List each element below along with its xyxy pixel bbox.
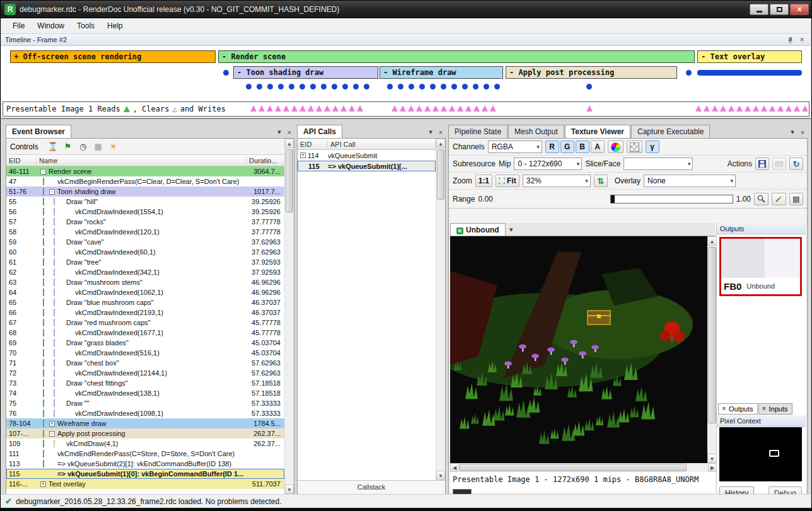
close-icon[interactable]: ×: [798, 129, 808, 138]
time-draws-icon[interactable]: ⌛: [46, 141, 60, 153]
timeline-draw-dot[interactable]: [430, 84, 436, 89]
timeline-section[interactable]: - Wireframe draw: [380, 66, 503, 79]
timeline-draw-dot[interactable]: [473, 84, 478, 89]
timeline-body[interactable]: + Off-screen scene rendering- Render sce…: [1, 46, 811, 119]
timeline-draw-dot[interactable]: [246, 84, 252, 89]
fb0-thumbnail[interactable]: FB0 Unbound: [719, 237, 802, 296]
timeline-draw-dot[interactable]: [257, 84, 262, 89]
expand-icon[interactable]: +: [40, 481, 46, 487]
api-call-row[interactable]: +114vkQueueSubmit: [298, 150, 436, 161]
alpha-background-button[interactable]: [627, 141, 642, 153]
mip-dropdown[interactable]: 0 - 1272x690 ▾: [514, 158, 582, 170]
maximize-button[interactable]: [770, 4, 789, 15]
event-row[interactable]: 58vkCmdDrawIndexed(120,1)37.77778: [6, 227, 284, 237]
timeline-draw-dot[interactable]: [451, 84, 457, 89]
event-row[interactable]: 74vkCmdDrawIndexed(138,1)57.18518: [6, 388, 284, 398]
range-slider[interactable]: [610, 195, 733, 204]
title-bar[interactable]: R debugmarker.rdc - RenderDoc Unofficial…: [1, 1, 811, 18]
timeline-section[interactable]: - Text overlay: [697, 50, 802, 63]
timeline-draw-dot[interactable]: [441, 84, 446, 89]
scroll-down-icon[interactable]: ▼: [436, 471, 445, 480]
clock-icon[interactable]: ◷: [76, 141, 90, 153]
range-options-button[interactable]: ▤: [789, 193, 803, 205]
open-external-button[interactable]: [772, 158, 786, 170]
expand-icon[interactable]: +: [300, 152, 306, 158]
chevron-down-icon[interactable]: ▾: [426, 128, 436, 138]
colorwheel-button[interactable]: [608, 141, 624, 153]
sliceface-dropdown[interactable]: ▾: [624, 158, 693, 170]
column-api-call[interactable]: API Call: [328, 141, 436, 148]
scroll-up-icon[interactable]: ▲: [707, 236, 717, 246]
texture-tab-unbound[interactable]: RUnbound: [450, 223, 506, 236]
flip-y-button[interactable]: ⇅: [594, 175, 608, 187]
event-row[interactable]: 66vkCmdDrawIndexed(2193,1)46.37037: [6, 307, 284, 318]
event-row[interactable]: 57Draw "rocks"37.77778: [6, 217, 284, 227]
chevron-down-icon[interactable]: ▾: [506, 226, 516, 236]
event-row[interactable]: 111vkCmdEndRenderPass(C=Store, D=Store, …: [6, 449, 284, 459]
event-row[interactable]: 60vkCmdDrawIndexed(60,1)37.62963: [6, 247, 284, 257]
timeline-draw-dot[interactable]: [353, 84, 359, 89]
api-call-row[interactable]: 115=> vkQueueSubmit(1)[...: [298, 161, 436, 171]
timeline-draw-dot[interactable]: [494, 84, 500, 89]
tab-mesh-output[interactable]: Mesh Output: [508, 125, 564, 138]
event-row[interactable]: 64vkCmdDrawIndexed(1062,1)46.96296: [6, 287, 284, 297]
event-row[interactable]: 55Draw "hill"39.25926: [6, 197, 284, 207]
event-row[interactable]: 109vkCmdDraw(4,1)262.37...: [6, 439, 284, 449]
tab-api-calls[interactable]: API Calls: [297, 125, 342, 138]
event-row[interactable]: 73Draw "chest fittings"57.18518: [6, 378, 284, 388]
channels-dropdown[interactable]: RGBA ▾: [488, 141, 542, 153]
menu-tools[interactable]: Tools: [71, 20, 101, 32]
event-row[interactable]: 116-...+Text overlay511.7037: [6, 479, 284, 489]
timeline-panel-header[interactable]: Timeline - Frame #2 ×: [1, 34, 811, 46]
timeline-draw-dot[interactable]: [419, 84, 425, 89]
chevron-down-icon[interactable]: ▾: [787, 128, 798, 138]
autofit-button[interactable]: [772, 193, 786, 205]
zoom-level-dropdown[interactable]: 32% ▾: [523, 175, 591, 187]
scroll-up-icon[interactable]: ▲: [436, 139, 445, 148]
column-name[interactable]: Name: [37, 157, 246, 164]
timeline-draw-dot[interactable]: [332, 84, 337, 89]
close-icon[interactable]: ×: [284, 129, 294, 138]
zoom-1to1-button[interactable]: 1:1: [475, 175, 492, 187]
event-row[interactable]: 76vkCmdDrawIndexed(1098,1)57.33333: [6, 408, 284, 418]
scrollbar-thumb[interactable]: [708, 247, 716, 423]
event-row[interactable]: 63Draw "mushroom stems"46.96296: [6, 277, 284, 287]
timeline-draw-dot[interactable]: [289, 84, 294, 89]
timeline-draw-dot[interactable]: [321, 84, 327, 89]
timeline-section[interactable]: - Toon shading draw: [233, 66, 378, 79]
minimize-button[interactable]: [750, 4, 768, 15]
texture-vertical-scrollbar[interactable]: ▲ ▼: [707, 236, 717, 463]
event-row[interactable]: 115=> vkQueueSubmit(1)[0]: vkBeginComman…: [6, 469, 284, 479]
bookmark-icon[interactable]: ⚑: [61, 141, 75, 153]
settings-icon[interactable]: ✳: [107, 141, 120, 153]
gamma-button[interactable]: γ: [646, 141, 659, 153]
tab-texture-viewer[interactable]: Texture Viewer: [565, 125, 630, 138]
timeline-section[interactable]: - Apply post processing: [506, 66, 677, 79]
scrollbar-thumb[interactable]: [286, 149, 293, 212]
menu-help[interactable]: Help: [101, 20, 129, 32]
sidebar-tab-inputs[interactable]: RInputs: [758, 403, 792, 415]
event-row[interactable]: 78-104+Wireframe draw1784.5...: [6, 418, 284, 428]
chevron-down-icon[interactable]: ▾: [274, 128, 284, 138]
scrollbar-thumb[interactable]: [437, 149, 444, 200]
pin-icon[interactable]: [787, 37, 797, 43]
channel-g-button[interactable]: G: [560, 141, 574, 153]
tab-capture-executable[interactable]: Capture Executable: [631, 125, 710, 138]
timeline-draw-dot[interactable]: [409, 84, 414, 89]
collapse-icon[interactable]: -: [49, 189, 55, 195]
refresh-button[interactable]: ↻: [789, 158, 803, 170]
scroll-left-icon[interactable]: ◀: [450, 463, 459, 472]
timeline-draw-dot[interactable]: [398, 84, 403, 89]
overlay-dropdown[interactable]: None ▾: [644, 175, 736, 187]
event-row[interactable]: 68vkCmdDrawIndexed(1677,1)45.77778: [6, 328, 284, 338]
event-row[interactable]: 59Draw "cave"37.62963: [6, 237, 284, 247]
event-row[interactable]: 62vkCmdDrawIndexed(342,1)37.92593: [6, 267, 284, 277]
event-browser-column-headers[interactable]: EID Name Duratio...: [6, 155, 284, 166]
timeline-draw-dot[interactable]: [342, 84, 348, 89]
collapse-icon[interactable]: -: [40, 169, 46, 175]
event-browser-scrollbar[interactable]: ▲ ▼: [284, 139, 294, 494]
channel-a-button[interactable]: A: [591, 141, 605, 153]
channel-b-button[interactable]: B: [576, 141, 589, 153]
texture-horizontal-scrollbar[interactable]: ◀ ▶: [450, 463, 717, 472]
close-button[interactable]: ×: [790, 4, 809, 15]
